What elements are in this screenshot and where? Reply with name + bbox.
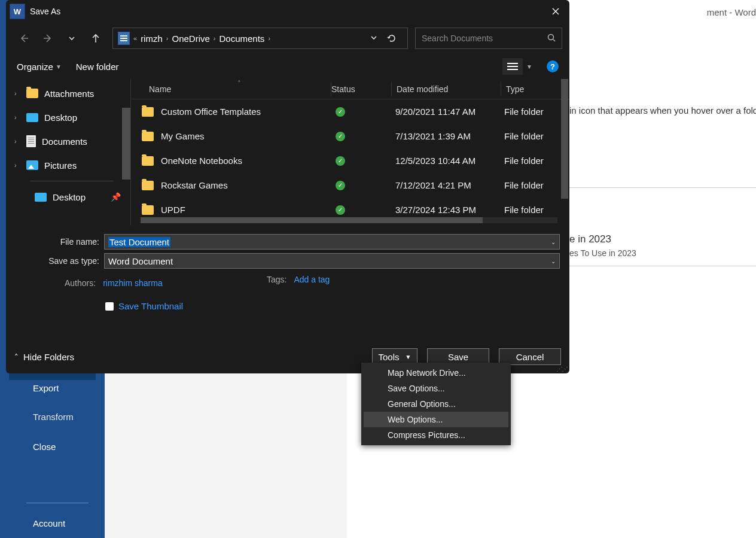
search-input[interactable]: Search Documents bbox=[415, 28, 562, 49]
tree-item-attachments[interactable]: ›Attachments bbox=[6, 81, 130, 105]
chevron-right-icon[interactable]: › bbox=[14, 90, 17, 97]
refresh-icon bbox=[387, 34, 397, 43]
menu-general-options[interactable]: General Options... bbox=[364, 396, 508, 412]
tools-dropdown-menu: Map Network Drive... Save Options... Gen… bbox=[361, 363, 511, 445]
breadcrumb-chev-3[interactable]: › bbox=[268, 35, 270, 42]
svg-rect-3 bbox=[507, 69, 518, 70]
help-button[interactable]: ? bbox=[547, 60, 559, 72]
list-vscrollbar[interactable] bbox=[561, 79, 568, 199]
authors-value[interactable]: rimzhim sharma bbox=[103, 278, 163, 288]
col-status[interactable]: Status bbox=[331, 84, 391, 94]
breadcrumb-seg-1[interactable]: rimzh bbox=[141, 34, 163, 44]
chevron-right-icon[interactable]: › bbox=[14, 114, 17, 121]
tree-separator bbox=[30, 181, 114, 181]
chevron-right-icon[interactable]: › bbox=[14, 162, 17, 169]
sort-asc-icon: ˄ bbox=[237, 80, 241, 87]
close-button[interactable] bbox=[542, 0, 569, 23]
save-thumbnail-checkbox[interactable] bbox=[105, 302, 114, 311]
list-row[interactable]: Rockstar Games✓7/12/2021 4:21 PMFile fol… bbox=[131, 173, 569, 197]
breadcrumb-chev-2[interactable]: › bbox=[214, 35, 216, 42]
chevron-down-icon[interactable]: ⌄ bbox=[551, 258, 556, 265]
arrow-left-icon bbox=[19, 33, 29, 44]
file-name: UPDF bbox=[161, 205, 185, 215]
breadcrumb-chev-1[interactable]: › bbox=[166, 35, 169, 42]
tree-item-desktop[interactable]: ›Desktop bbox=[6, 105, 130, 129]
search-placeholder: Search Documents bbox=[422, 34, 493, 43]
tree-item-documents[interactable]: ›Documents bbox=[6, 129, 130, 153]
list-row[interactable]: Custom Office Templates✓9/20/2021 11:47 … bbox=[131, 99, 569, 124]
list-header: Name˄ Status Date modified Type bbox=[131, 79, 569, 99]
close-icon bbox=[552, 8, 559, 15]
file-name-label: File name: bbox=[11, 237, 104, 247]
tree-label: Attachments bbox=[44, 89, 94, 99]
file-list[interactable]: Name˄ Status Date modified Type Custom O… bbox=[131, 79, 569, 226]
menu-save-options[interactable]: Save Options... bbox=[364, 381, 508, 396]
file-name-input[interactable]: Test Document⌄ bbox=[104, 234, 560, 250]
file-type: File folder bbox=[499, 107, 569, 117]
add-tag-link[interactable]: Add a tag bbox=[294, 275, 330, 284]
breadcrumb-seg-3[interactable]: Documents bbox=[220, 34, 265, 44]
list-hscrollbar[interactable] bbox=[141, 217, 557, 223]
col-date[interactable]: Date modified bbox=[392, 84, 501, 94]
breadcrumb-seg-2[interactable]: OneDrive bbox=[172, 34, 209, 44]
save-as-dialog: W Save As « rimzh › OneDrive › Documents… bbox=[6, 0, 569, 373]
new-folder-button[interactable]: New folder bbox=[76, 62, 119, 72]
file-name: Rockstar Games bbox=[161, 180, 228, 190]
tree-scrollbar[interactable] bbox=[122, 108, 130, 180]
chevron-down-icon bbox=[370, 34, 377, 41]
chevron-up-icon: ˄ bbox=[14, 352, 19, 361]
bg-divider-2 bbox=[569, 266, 756, 266]
col-name[interactable]: Name˄ bbox=[131, 84, 331, 94]
menu-map-network-drive[interactable]: Map Network Drive... bbox=[364, 365, 508, 381]
nav-tree[interactable]: ›Attachments ›Desktop ›Documents ›Pictur… bbox=[6, 79, 131, 226]
file-date: 3/27/2024 12:43 PM bbox=[391, 205, 499, 215]
nav-recent-button[interactable] bbox=[61, 28, 83, 49]
chevron-down-icon: ▼ bbox=[56, 63, 62, 70]
arrow-right-icon bbox=[42, 33, 53, 44]
arrow-up-icon bbox=[90, 33, 101, 44]
col-type[interactable]: Type bbox=[501, 84, 569, 94]
file-date: 7/13/2021 1:39 AM bbox=[391, 131, 499, 141]
file-date: 12/5/2023 10:44 AM bbox=[391, 156, 499, 166]
tree-item-pictures[interactable]: ›Pictures bbox=[6, 153, 130, 177]
list-row[interactable]: OneNote Notebooks✓12/5/2023 10:44 AMFile… bbox=[131, 148, 569, 173]
menu-compress-pictures[interactable]: Compress Pictures... bbox=[364, 427, 508, 443]
pictures-icon bbox=[26, 160, 38, 170]
organize-button[interactable]: Organize▼ bbox=[17, 62, 62, 72]
sidebar-export[interactable]: Export bbox=[33, 383, 59, 393]
address-dropdown[interactable] bbox=[370, 34, 377, 43]
bg-heading: e in 2023 bbox=[569, 233, 611, 245]
chevron-down-icon[interactable]: ▼ bbox=[526, 63, 532, 70]
resize-grip[interactable]: ⋰⋰ bbox=[556, 367, 567, 371]
tree-label: Desktop bbox=[53, 192, 86, 202]
bg-text: in icon that appears when you hover over… bbox=[569, 105, 756, 115]
folder-icon bbox=[142, 181, 154, 190]
nav-row: « rimzh › OneDrive › Documents › Search … bbox=[6, 23, 569, 54]
bg-divider bbox=[569, 187, 756, 188]
chevron-right-icon[interactable]: › bbox=[14, 138, 17, 145]
dialog-title: Save As bbox=[30, 7, 60, 16]
sidebar-transform[interactable]: Transform bbox=[33, 412, 74, 422]
file-type: File folder bbox=[499, 131, 569, 141]
view-mode-button[interactable] bbox=[502, 58, 523, 75]
chevron-down-icon[interactable]: ⌄ bbox=[551, 239, 556, 245]
word-title: ment - Word bbox=[707, 7, 756, 17]
sidebar-close[interactable]: Close bbox=[33, 442, 56, 452]
dialog-titlebar[interactable]: W Save As bbox=[6, 0, 569, 23]
sidebar-account[interactable]: Account bbox=[33, 518, 65, 528]
address-bar[interactable]: « rimzh › OneDrive › Documents › bbox=[112, 28, 408, 49]
tree-item-desktop-pinned[interactable]: Desktop📌 bbox=[6, 185, 130, 209]
sync-ok-icon: ✓ bbox=[336, 181, 345, 190]
save-as-type-select[interactable]: Word Document⌄ bbox=[104, 253, 560, 269]
scrollbar-thumb[interactable] bbox=[141, 217, 483, 223]
save-thumbnail-label[interactable]: Save Thumbnail bbox=[118, 301, 183, 311]
refresh-button[interactable] bbox=[381, 28, 403, 49]
folder-icon bbox=[142, 205, 154, 215]
nav-forward-button[interactable] bbox=[37, 28, 59, 49]
hide-folders-button[interactable]: ˄Hide Folders bbox=[14, 352, 74, 362]
nav-back-button[interactable] bbox=[13, 28, 35, 49]
list-row[interactable]: My Games✓7/13/2021 1:39 AMFile folder bbox=[131, 124, 569, 148]
menu-web-options[interactable]: Web Options... bbox=[364, 412, 508, 427]
file-date: 9/20/2021 11:47 AM bbox=[391, 107, 499, 117]
nav-up-button[interactable] bbox=[85, 28, 106, 49]
